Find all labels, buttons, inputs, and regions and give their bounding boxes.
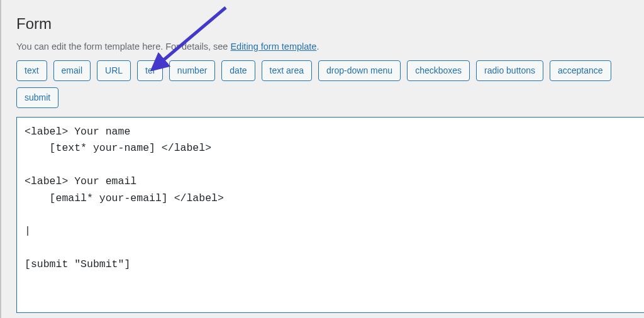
tag-button-checkboxes[interactable]: checkboxes: [407, 60, 470, 81]
form-editor-panel: Form You can edit the form template here…: [0, 0, 644, 318]
form-template-textarea[interactable]: [17, 118, 644, 312]
tag-button-url[interactable]: URL: [97, 60, 131, 81]
tag-button-date[interactable]: date: [221, 60, 255, 81]
tag-button-radio[interactable]: radio buttons: [476, 60, 543, 81]
desc-prefix: You can edit the form template here. For…: [16, 41, 230, 52]
tag-generator-row: text email URL tel number date text area…: [16, 60, 644, 108]
panel-title: Form: [16, 15, 644, 33]
tag-button-dropdown[interactable]: drop-down menu: [318, 60, 401, 81]
tag-button-tel[interactable]: tel: [137, 60, 163, 81]
panel-description: You can edit the form template here. For…: [16, 41, 644, 52]
tag-button-text[interactable]: text: [16, 60, 47, 81]
tag-button-textarea[interactable]: text area: [262, 60, 312, 81]
tag-button-number[interactable]: number: [169, 60, 215, 81]
form-template-editor-wrap: [16, 117, 644, 313]
desc-suffix: .: [316, 41, 319, 52]
tag-button-submit[interactable]: submit: [16, 87, 58, 108]
editing-template-link[interactable]: Editing form template: [230, 41, 316, 52]
tag-button-email[interactable]: email: [53, 60, 91, 81]
tag-button-acceptance[interactable]: acceptance: [550, 60, 611, 81]
